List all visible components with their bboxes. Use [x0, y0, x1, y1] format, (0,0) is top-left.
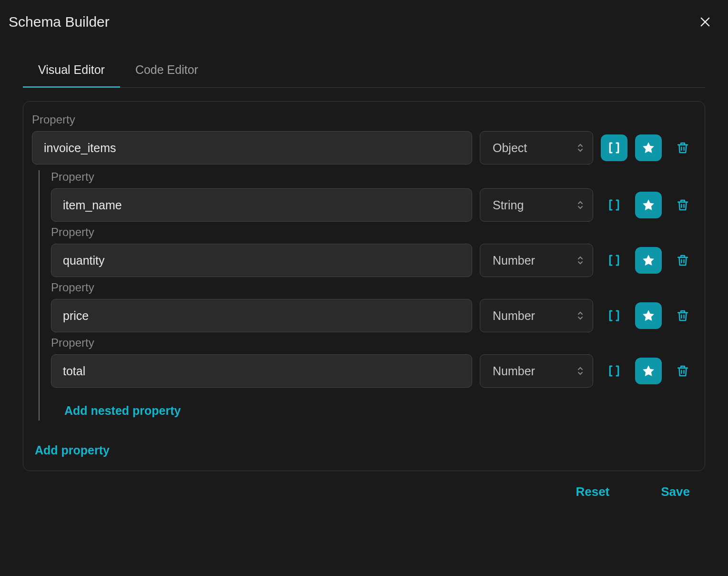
property-name-input[interactable] [51, 244, 472, 277]
brackets-icon [607, 309, 621, 323]
property-block: Property Number [51, 226, 696, 277]
property-block: Property String [51, 170, 696, 222]
trash-icon [676, 198, 690, 212]
brackets-icon [607, 253, 621, 267]
close-icon [698, 15, 712, 29]
type-select-value: String [493, 198, 524, 212]
property-block: Property Number [51, 281, 696, 332]
required-toggle-button[interactable] [635, 302, 662, 329]
trash-icon [676, 141, 690, 155]
property-type-select[interactable]: Number [480, 299, 593, 332]
save-button[interactable]: Save [661, 484, 690, 499]
delete-button[interactable] [669, 358, 696, 384]
required-toggle-button[interactable] [635, 134, 662, 161]
tabs: Visual Editor Code Editor [23, 54, 705, 88]
close-button[interactable] [697, 13, 714, 31]
nested-properties: Property String [39, 170, 696, 421]
property-row: Number [51, 354, 696, 388]
property-name-input[interactable] [51, 188, 472, 222]
star-icon [641, 309, 656, 323]
property-label: Property [51, 170, 696, 184]
property-block-root: Property Object [32, 113, 696, 165]
modal-content: Visual Editor Code Editor Property Objec… [0, 54, 728, 471]
trash-icon [676, 309, 690, 323]
chevron-updown-icon [577, 201, 583, 209]
delete-button[interactable] [669, 192, 696, 218]
delete-button[interactable] [669, 247, 696, 274]
property-row: Object [32, 131, 696, 165]
add-property-link[interactable]: Add property [35, 443, 110, 457]
type-select-value: Object [493, 141, 527, 155]
brackets-icon [607, 198, 621, 212]
brackets-icon [607, 141, 621, 155]
property-name-input[interactable] [51, 354, 472, 388]
chevron-updown-icon [577, 311, 583, 320]
array-toggle-button[interactable] [601, 134, 627, 161]
tab-visual-editor[interactable]: Visual Editor [23, 54, 120, 88]
property-name-input[interactable] [32, 131, 472, 165]
brackets-icon [607, 364, 621, 378]
property-row: Number [51, 244, 696, 277]
star-icon [641, 364, 656, 378]
reset-button[interactable]: Reset [576, 484, 609, 499]
array-toggle-button[interactable] [601, 358, 627, 384]
property-row: Number [51, 299, 696, 332]
property-type-select[interactable]: String [480, 188, 593, 222]
modal-title: Schema Builder [9, 14, 110, 30]
property-type-select[interactable]: Number [480, 354, 593, 388]
schema-panel: Property Object [23, 101, 705, 471]
delete-button[interactable] [669, 134, 696, 161]
delete-button[interactable] [669, 302, 696, 329]
property-type-select[interactable]: Object [480, 131, 593, 165]
property-label: Property [32, 113, 696, 126]
array-toggle-button[interactable] [601, 302, 627, 329]
type-select-value: Number [493, 364, 535, 378]
array-toggle-button[interactable] [601, 247, 627, 274]
trash-icon [676, 364, 690, 378]
schema-builder-modal: Schema Builder Visual Editor Code Editor… [0, 0, 728, 576]
property-label: Property [51, 226, 696, 239]
modal-header: Schema Builder [0, 0, 728, 40]
array-toggle-button[interactable] [601, 192, 627, 218]
property-name-input[interactable] [51, 299, 472, 332]
chevron-updown-icon [577, 256, 583, 265]
property-block: Property Number [51, 336, 696, 388]
required-toggle-button[interactable] [635, 192, 662, 218]
required-toggle-button[interactable] [635, 247, 662, 274]
property-label: Property [51, 336, 696, 350]
chevron-updown-icon [577, 367, 583, 375]
type-select-value: Number [493, 309, 535, 323]
chevron-updown-icon [577, 144, 583, 152]
required-toggle-button[interactable] [635, 358, 662, 384]
property-label: Property [51, 281, 696, 294]
tab-code-editor[interactable]: Code Editor [120, 54, 213, 88]
trash-icon [676, 253, 690, 267]
modal-footer: Reset Save [0, 471, 728, 513]
star-icon [641, 198, 656, 212]
star-icon [641, 141, 656, 155]
type-select-value: Number [493, 254, 535, 267]
star-icon [641, 253, 656, 267]
property-type-select[interactable]: Number [480, 244, 593, 277]
property-row: String [51, 188, 696, 222]
add-nested-property-link[interactable]: Add nested property [64, 404, 181, 418]
